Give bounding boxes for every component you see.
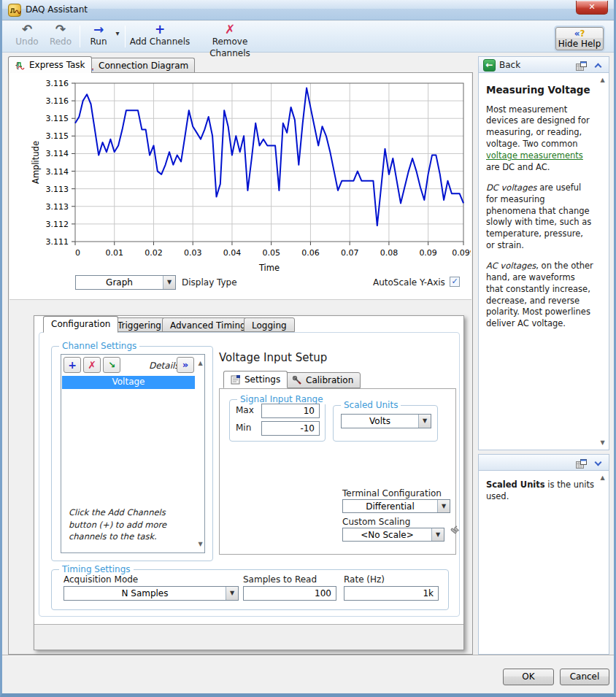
waveform-graph-section: 3.1163.1163.1153.1153.1143.1143.1133.113… (9, 73, 471, 300)
collapse-help-icon[interactable] (595, 63, 602, 71)
undo-button[interactable]: ↶ Undo (11, 23, 43, 50)
svg-text:0.02: 0.02 (145, 248, 163, 258)
scroll-up-icon[interactable]: ▲ (598, 474, 607, 482)
calibration-icon (293, 376, 302, 385)
ok-button[interactable]: OK (503, 669, 554, 685)
chevron-down-icon[interactable]: ▼ (437, 500, 450, 512)
tab-connection-diagram[interactable]: ✎ Connection Diagram (78, 58, 195, 73)
redo-icon: ↷ (45, 23, 77, 36)
tab-express-task[interactable]: { Express Task (8, 56, 92, 73)
toolbar-separator (80, 26, 80, 47)
redo-button[interactable]: ↷ Redo (45, 23, 77, 50)
svg-text:3.115: 3.115 (46, 131, 69, 141)
svg-text:{: { (15, 61, 20, 70)
waveform-icon: { (15, 61, 26, 70)
chevron-down-icon[interactable]: ▼ (418, 415, 431, 428)
svg-text:Amplitude: Amplitude (31, 141, 41, 184)
waveform-graph[interactable]: 3.1163.1163.1153.1153.1143.1143.1133.113… (11, 74, 471, 273)
terminal-configuration-select[interactable]: Differential ▼ (342, 499, 450, 513)
tab-triggering[interactable]: Triggering (109, 317, 169, 332)
svg-text:3.113: 3.113 (46, 202, 69, 212)
samples-to-read-label: Samples to Read (243, 574, 317, 585)
custom-scaling-select[interactable]: <No Scale> ▼ (342, 528, 444, 542)
tab-calibration[interactable]: Calibration (285, 372, 361, 388)
help-content: ▲ ▼ Measuring Voltage Most measurement d… (478, 73, 609, 450)
run-button[interactable]: → Run (84, 23, 113, 50)
chevron-down-icon[interactable]: ▼ (431, 528, 444, 541)
tab-label: Connection Diagram (99, 61, 188, 71)
chevron-down-icon[interactable]: ▼ (226, 587, 238, 600)
back-button[interactable]: ← (483, 59, 496, 72)
svg-text:0.07: 0.07 (341, 248, 359, 258)
tab-advanced-timing[interactable]: Advanced Timing (162, 317, 254, 332)
expand-help-icon[interactable] (595, 459, 602, 466)
scroll-down-icon[interactable]: ▼ (196, 541, 205, 547)
add-channel-button[interactable]: + (63, 357, 81, 373)
delete-channel-button[interactable]: ✗ (83, 357, 101, 373)
scroll-down-icon[interactable]: ▼ (598, 439, 607, 447)
add-icon: + (68, 359, 77, 371)
cancel-button[interactable]: Cancel (560, 669, 609, 685)
tab-logging[interactable]: Logging (244, 317, 295, 332)
daq-assistant-window: DAQ Assistant ✕ ↶ Undo ↷ Redo → Run ▾ + … (0, 0, 616, 697)
custom-scaling-label: Custom Scaling (342, 517, 410, 527)
rate-input[interactable]: 1k (344, 586, 439, 601)
card-footer-strip (34, 625, 463, 650)
close-button[interactable]: ✕ (576, 1, 608, 15)
configuration-pane: Channel Settings + ✗ ↘ Details » ▲ ▼ Vol… (39, 332, 460, 617)
scaled-units-select[interactable]: Volts ▼ (341, 414, 431, 428)
max-label: Max (236, 405, 254, 415)
remove-channels-button[interactable]: ✗ Remove Channels (193, 23, 266, 50)
chevron-down-icon[interactable]: ▼ (163, 276, 175, 289)
voltage-measurements-link[interactable]: voltage measurements (486, 150, 583, 161)
samples-to-read-input[interactable]: 100 (243, 586, 336, 601)
svg-text:3.111: 3.111 (46, 237, 69, 247)
tab-configuration[interactable]: Configuration (43, 316, 118, 333)
help-window-icon[interactable] (576, 60, 587, 69)
svg-text:0.08: 0.08 (380, 248, 399, 258)
add-channels-button[interactable]: + Add Channels (128, 23, 192, 50)
scroll-up-icon[interactable]: ▲ (598, 76, 607, 84)
remove-icon: ✗ (193, 23, 266, 36)
svg-text:0.09: 0.09 (419, 248, 437, 258)
min-label: Min (236, 423, 251, 433)
hide-help-button[interactable]: «? Hide Help (555, 27, 604, 50)
express-task-panel: 3.1163.1163.1153.1153.1143.1143.1133.113… (8, 72, 473, 655)
svg-text:3.114: 3.114 (46, 149, 69, 158)
tab-label: Express Task (29, 60, 85, 70)
display-type-select[interactable]: Graph ▼ (75, 275, 176, 290)
acquisition-mode-select[interactable]: N Samples ▼ (63, 586, 239, 601)
remove-icon: ✗ (88, 359, 96, 371)
min-input[interactable]: -10 (261, 421, 320, 436)
scroll-up-icon[interactable]: ▲ (196, 360, 205, 366)
svg-text:3.113: 3.113 (46, 185, 69, 194)
channel-list[interactable]: + ✗ ↘ Details » ▲ ▼ Voltage Click the Ad… (61, 354, 205, 553)
voltage-input-setup-title: Voltage Input Setup (219, 351, 327, 364)
svg-text:0.03: 0.03 (184, 248, 202, 258)
context-help-content: ▲ Scaled Units is the units used. (478, 471, 609, 655)
channel-settings-group: Channel Settings + ✗ ↘ Details » ▲ ▼ Vol… (51, 346, 213, 561)
back-arrow-icon: ← (485, 60, 493, 70)
details-expand-button[interactable]: » (177, 357, 194, 373)
configuration-card: Configuration Triggering Advanced Timing… (34, 315, 464, 650)
tab-settings[interactable]: Settings (223, 371, 288, 388)
context-help-text: Scaled Units is the units used. (486, 480, 594, 503)
app-icon (8, 4, 21, 17)
toolbar: ↶ Undo ↷ Redo → Run ▾ + Add Channels ✗ R… (2, 21, 614, 53)
close-icon: ✕ (588, 2, 595, 12)
help-paragraph: AC voltages, on the other hand, are wave… (486, 261, 594, 330)
help-paragraph: DC voltages are useful for measuring phe… (486, 182, 594, 252)
help-header: ← Back (478, 56, 609, 73)
max-input[interactable]: 10 (261, 404, 320, 418)
svg-text:0.01: 0.01 (105, 248, 123, 258)
run-dropdown[interactable]: ▾ (112, 23, 123, 50)
autoscale-checkbox[interactable]: ✓ (450, 277, 460, 287)
scaled-units-group: Scaled Units Volts ▼ (333, 405, 438, 442)
import-channel-button[interactable]: ↘ (103, 357, 120, 373)
svg-text:0.06: 0.06 (301, 248, 320, 258)
wrench-icon[interactable] (449, 525, 461, 539)
title-bar[interactable]: DAQ Assistant ✕ (2, 0, 614, 20)
settings-panel: Signal Input Range Max 10 Min -10 Scaled… (219, 388, 456, 555)
help-window-icon[interactable] (576, 458, 587, 467)
channel-row-voltage[interactable]: Voltage (62, 376, 195, 389)
